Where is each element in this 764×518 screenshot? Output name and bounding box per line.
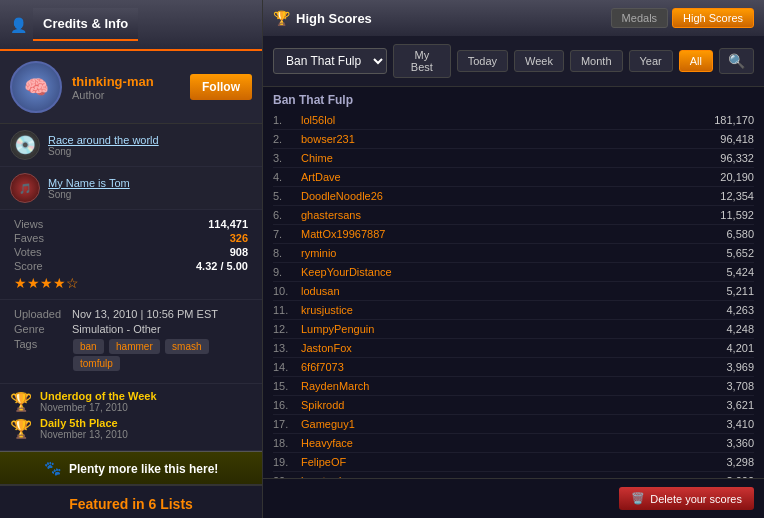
score-player-name[interactable]: MattOx19967887 bbox=[301, 228, 684, 240]
score-player-name[interactable]: KeepYourDistance bbox=[301, 266, 684, 278]
award-1-date: November 17, 2010 bbox=[40, 402, 157, 413]
filter-all[interactable]: All bbox=[679, 50, 713, 72]
high-scores-button[interactable]: High Scores bbox=[672, 8, 754, 28]
table-row: 7. MattOx19967887 6,580 bbox=[273, 225, 754, 244]
award-1-title: Underdog of the Week bbox=[40, 390, 157, 402]
star-rating: ★★★★☆ bbox=[14, 275, 248, 291]
score-rank: 18. bbox=[273, 437, 301, 449]
score-player-name[interactable]: ryminio bbox=[301, 247, 684, 259]
tags-label: Tags bbox=[14, 338, 64, 350]
award-2-info: Daily 5th Place November 13, 2010 bbox=[40, 417, 128, 440]
song-name-1[interactable]: Race around the world bbox=[48, 134, 159, 146]
score-player-name[interactable]: krusjustice bbox=[301, 304, 684, 316]
score-points: 4,201 bbox=[684, 342, 754, 354]
header-left: 🏆 High Scores bbox=[273, 10, 372, 26]
stat-faves: Faves 326 bbox=[14, 232, 248, 244]
table-row: 9. KeepYourDistance 5,424 bbox=[273, 263, 754, 282]
scores-list: Ban That Fulp 1. lol56lol 181,170 2. bow… bbox=[263, 87, 764, 478]
score-player-name[interactable]: RaydenMarch bbox=[301, 380, 684, 392]
views-value: 114,471 bbox=[208, 218, 248, 230]
votes-value: 908 bbox=[230, 246, 248, 258]
delete-scores-button[interactable]: 🗑️ Delete your scores bbox=[619, 487, 754, 510]
score-rank: 14. bbox=[273, 361, 301, 373]
uploaded-value: Nov 13, 2010 | 10:56 PM EST bbox=[72, 308, 218, 320]
votes-label: Votes bbox=[14, 246, 42, 258]
score-rank: 17. bbox=[273, 418, 301, 430]
tag-hammer[interactable]: hammer bbox=[109, 339, 160, 354]
score-points: 5,211 bbox=[684, 285, 754, 297]
score-player-name[interactable]: DoodleNoodle26 bbox=[301, 190, 684, 202]
table-row: 17. Gameguy1 3,410 bbox=[273, 415, 754, 434]
game-select[interactable]: Ban That Fulp bbox=[273, 48, 387, 74]
score-rank: 13. bbox=[273, 342, 301, 354]
trash-icon: 🗑️ bbox=[631, 492, 645, 505]
filter-year[interactable]: Year bbox=[629, 50, 673, 72]
author-name[interactable]: thinking-man bbox=[72, 74, 180, 89]
meta-section: Uploaded Nov 13, 2010 | 10:56 PM EST Gen… bbox=[0, 300, 262, 384]
score-points: 5,652 bbox=[684, 247, 754, 259]
score-rank: 5. bbox=[273, 190, 301, 202]
filter-today[interactable]: Today bbox=[457, 50, 508, 72]
paw-icon: 🐾 bbox=[44, 460, 61, 476]
score-player-name[interactable]: Chime bbox=[301, 152, 684, 164]
stats-section: Views 114,471 Faves 326 Votes 908 Score … bbox=[0, 210, 262, 300]
author-role: Author bbox=[72, 89, 180, 101]
score-points: 4,263 bbox=[684, 304, 754, 316]
filter-month[interactable]: Month bbox=[570, 50, 623, 72]
score-player-name[interactable]: ghastersans bbox=[301, 209, 684, 221]
game-subtitle: Ban That Fulp bbox=[273, 87, 754, 111]
table-row: 4. ArtDave 20,190 bbox=[273, 168, 754, 187]
score-points: 3,360 bbox=[684, 437, 754, 449]
score-player-name[interactable]: 6f6f7073 bbox=[301, 361, 684, 373]
right-panel: 🏆 High Scores Medals High Scores Ban Tha… bbox=[263, 0, 764, 518]
score-player-name[interactable]: LumpyPenguin bbox=[301, 323, 684, 335]
table-row: 1. lol56lol 181,170 bbox=[273, 111, 754, 130]
score-player-name[interactable]: Spikrodd bbox=[301, 399, 684, 411]
filter-mybest[interactable]: My Best bbox=[393, 44, 451, 78]
left-panel: 👤 Credits & Info 🧠 thinking-man Author F… bbox=[0, 0, 263, 518]
table-row: 12. LumpyPenguin 4,248 bbox=[273, 320, 754, 339]
award-2: 🏆 Daily 5th Place November 13, 2010 bbox=[10, 417, 252, 440]
song-info-2: My Name is Tom Song bbox=[48, 177, 130, 200]
score-rank: 8. bbox=[273, 247, 301, 259]
score-player-name[interactable]: Heavyface bbox=[301, 437, 684, 449]
medals-button[interactable]: Medals bbox=[611, 8, 668, 28]
featured-section[interactable]: Featured in 6 Lists bbox=[0, 485, 262, 518]
table-row: 18. Heavyface 3,360 bbox=[273, 434, 754, 453]
score-player-name[interactable]: lol56lol bbox=[301, 114, 684, 126]
author-info: thinking-man Author bbox=[72, 74, 180, 101]
credits-header: 👤 Credits & Info bbox=[0, 0, 262, 51]
follow-button[interactable]: Follow bbox=[190, 74, 252, 100]
delete-label: Delete your scores bbox=[650, 493, 742, 505]
award-1: 🏆 Underdog of the Week November 17, 2010 bbox=[10, 390, 252, 413]
score-player-name[interactable]: FelipeOF bbox=[301, 456, 684, 468]
score-player-name[interactable]: bowser231 bbox=[301, 133, 684, 145]
filter-week[interactable]: Week bbox=[514, 50, 564, 72]
filter-bar: Ban That Fulp My Best Today Week Month Y… bbox=[263, 36, 764, 87]
score-points: 96,332 bbox=[684, 152, 754, 164]
stat-views: Views 114,471 bbox=[14, 218, 248, 230]
song-name-2[interactable]: My Name is Tom bbox=[48, 177, 130, 189]
song-item-1: 💿 Race around the world Song bbox=[0, 124, 262, 167]
tag-tomfulp[interactable]: tomfulp bbox=[73, 356, 120, 371]
score-rank: 12. bbox=[273, 323, 301, 335]
search-button[interactable]: 🔍 bbox=[719, 48, 754, 74]
bottom-bar: 🗑️ Delete your scores bbox=[263, 478, 764, 518]
faves-value: 326 bbox=[230, 232, 248, 244]
score-player-name[interactable]: Gameguy1 bbox=[301, 418, 684, 430]
author-section: 🧠 thinking-man Author Follow bbox=[0, 51, 262, 124]
tag-smash[interactable]: smash bbox=[165, 339, 208, 354]
table-row: 2. bowser231 96,418 bbox=[273, 130, 754, 149]
score-player-name[interactable]: lodusan bbox=[301, 285, 684, 297]
more-section[interactable]: 🐾 Plenty more like this here! bbox=[0, 451, 262, 485]
tag-ban[interactable]: ban bbox=[73, 339, 104, 354]
award-2-date: November 13, 2010 bbox=[40, 429, 128, 440]
score-rank: 15. bbox=[273, 380, 301, 392]
score-points: 3,708 bbox=[684, 380, 754, 392]
trophy-icon-main: 🏆 bbox=[273, 10, 290, 26]
table-row: 10. lodusan 5,211 bbox=[273, 282, 754, 301]
score-rank: 4. bbox=[273, 171, 301, 183]
score-player-name[interactable]: JastonFox bbox=[301, 342, 684, 354]
score-player-name[interactable]: ArtDave bbox=[301, 171, 684, 183]
score-points: 5,424 bbox=[684, 266, 754, 278]
